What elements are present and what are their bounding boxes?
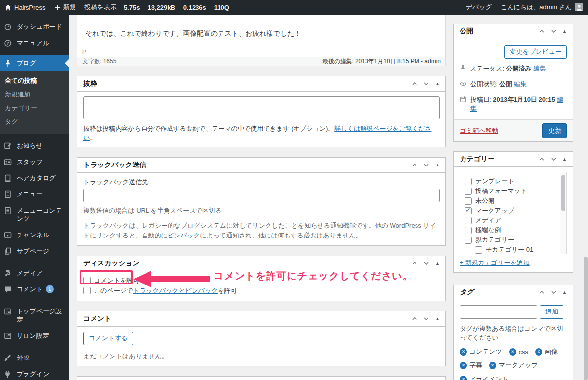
sidebar-item-dashboard[interactable]: ダッシュボード [0,19,69,35]
category-checkbox[interactable] [465,197,472,205]
view-post-link[interactable]: 投稿を表示 [80,0,121,15]
page-scrollbar[interactable] [584,257,588,380]
video-icon [4,231,13,239]
stat-querytime: 0.1236s [183,4,206,11]
sidebar-item-blog[interactable]: ブログ [0,55,69,71]
move-up-icon[interactable] [412,316,417,322]
category-checkbox[interactable] [475,246,482,254]
remove-tag-icon[interactable] [460,348,467,356]
last-edited: 最後の編集: 2013年1月10日 8:15 PM - admin [322,57,441,66]
avatar[interactable] [575,3,583,11]
remove-tag-icon[interactable] [509,348,516,356]
submenu-tags[interactable]: タグ [0,115,69,129]
sidebar-item-subpages[interactable]: サブページ [0,243,69,259]
move-down-icon[interactable] [423,81,429,87]
sidebar-item-label: お知らせ [17,142,43,150]
move-down-icon[interactable] [423,261,429,266]
new-tag-input[interactable] [460,305,537,319]
category-checkbox[interactable] [465,227,472,234]
move-down-icon[interactable] [551,289,557,295]
toggle-panel-icon[interactable]: ▲ [435,163,440,167]
sidebar-item-staff[interactable]: スタッフ [0,154,69,170]
remove-tag-icon[interactable] [460,376,467,380]
preview-changes-button[interactable]: 変更をプレビュー [504,45,567,59]
allow-comments-checkbox[interactable] [83,277,91,284]
move-up-icon[interactable] [412,81,417,87]
toggle-panel-icon[interactable]: ▲ [435,316,440,321]
sidebar-item-media[interactable]: メディア [0,265,69,281]
toggle-panel-icon[interactable]: ▲ [563,290,567,295]
move-up-icon[interactable] [412,162,417,168]
move-down-icon[interactable] [423,316,429,322]
author-panel: 投稿者 ▲ admin (admin) [77,376,446,380]
move-down-icon[interactable] [551,28,557,34]
sidebar-item-label: ダッシュボード [17,23,62,31]
editor-element-path[interactable]: P [77,48,445,57]
move-up-icon[interactable] [539,28,545,34]
submenu-add-new[interactable]: 新規追加 [0,88,69,101]
categories-list[interactable]: テンプレート 投稿フォーマット 未公開 マークアップ メディア 極端な例 親カテ… [460,172,567,254]
move-to-trash-link[interactable]: ゴミ箱へ移動 [460,126,498,135]
move-down-icon[interactable] [423,162,429,168]
pingback-link[interactable]: ピンバック [168,232,200,239]
update-button[interactable]: 更新 [542,123,567,138]
sidebar-item-hair-catalog[interactable]: ヘアカタログ [0,170,69,186]
account-menu[interactable]: こんにちは、admin さん [496,0,572,15]
site-menu[interactable]: HairsPress [0,0,50,15]
category-label: 投稿フォーマット [475,187,527,195]
sidebar-item-news[interactable]: お知らせ [0,138,69,154]
editor-content[interactable]: それでは、これで終わりです。画像配置のテスト、お疲れ様でした！ [77,15,445,48]
sidebar-item-plugins[interactable]: プラグイン [0,366,69,380]
submenu-all-posts[interactable]: 全ての投稿 [0,74,69,88]
sidebar-item-appearance[interactable]: 外観 [0,350,69,366]
submenu-categories[interactable]: カテゴリー [0,101,69,115]
category-label: 極端な例 [475,226,501,235]
submenu-label: カテゴリー [5,104,37,112]
tag-label: 画像 [545,347,558,356]
add-comment-button[interactable]: コメントする [83,332,133,345]
sidebar-item-label: マニュアル [17,39,49,47]
remove-tag-icon[interactable] [535,348,542,356]
edit-status-link[interactable]: 編集 [533,65,546,72]
sidebar-item-comments[interactable]: コメント 1 [0,281,69,297]
add-category-link[interactable]: + 新規カテゴリーを追加 [460,259,530,266]
sidebar-item-manual[interactable]: ? マニュアル [0,35,69,51]
sidebar-item-salon-settings[interactable]: サロン設定 [0,328,69,344]
category-item: メディア [465,215,557,225]
move-down-icon[interactable] [551,156,557,162]
allow-trackback-checkbox[interactable] [83,287,91,294]
trackback-url-label: トラックバック送信先: [83,178,440,187]
toggle-panel-icon[interactable]: ▲ [563,29,567,34]
toggle-panel-icon[interactable]: ▲ [435,81,440,86]
trackback-url-input[interactable] [83,189,440,202]
plus-icon [54,4,61,11]
category-item: 極端な例 [465,225,557,235]
blog-submenu: 全ての投稿 新規追加 カテゴリー タグ [0,71,69,134]
toggle-panel-icon[interactable]: ▲ [563,157,567,162]
scrollbar-thumb[interactable] [561,175,565,211]
remove-tag-icon[interactable] [460,362,467,369]
status-label: ステータス: [470,65,504,72]
move-up-icon[interactable] [539,156,545,162]
category-checkbox[interactable] [465,178,472,185]
category-checkbox-checked[interactable] [465,207,472,214]
toggle-panel-icon[interactable]: ▲ [435,261,440,266]
debug-menu[interactable]: デバッグ [462,0,496,15]
category-checkbox[interactable] [465,188,472,195]
category-checkbox[interactable] [465,217,472,224]
trackback-pingback-link[interactable]: トラックバックとピンバック [133,285,218,296]
remove-tag-icon[interactable] [489,362,496,369]
new-menu[interactable]: 新規 [50,0,80,15]
excerpt-textarea[interactable] [83,96,440,119]
sidebar-item-menu-content[interactable]: メニューコンテンツ [0,202,69,227]
add-tag-button[interactable]: 追加 [540,305,564,319]
sidebar-item-toppage-settings[interactable]: トップページ設定 [0,303,69,328]
edit-visibility-link[interactable]: 編集 [514,80,527,88]
move-up-icon[interactable] [539,289,545,295]
greeting-text: こんにちは、admin さん [501,3,572,12]
sidebar-item-menu[interactable]: メニュー [0,186,69,202]
move-up-icon[interactable] [412,261,417,266]
sidebar-item-channel[interactable]: チャンネル [0,227,69,243]
category-checkbox[interactable] [465,237,472,244]
tag-item: コンテンツ [460,347,502,356]
